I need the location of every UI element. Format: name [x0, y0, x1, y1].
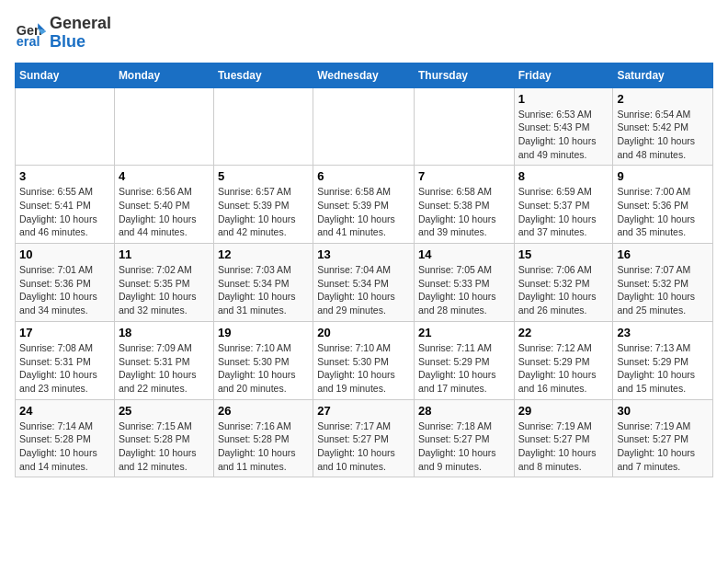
calendar-cell: 1Sunrise: 6:53 AMSunset: 5:43 PMDaylight…	[514, 87, 613, 166]
calendar-cell: 24Sunrise: 7:14 AMSunset: 5:28 PMDayligh…	[16, 399, 115, 477]
day-number: 7	[418, 169, 510, 183]
column-header-saturday: Saturday	[613, 63, 713, 87]
day-info: Sunrise: 6:55 AMSunset: 5:41 PMDaylight:…	[19, 185, 110, 239]
calendar-cell: 9Sunrise: 7:00 AMSunset: 5:36 PMDaylight…	[613, 166, 713, 244]
day-number: 11	[119, 247, 210, 261]
column-header-wednesday: Wednesday	[313, 63, 415, 87]
calendar-cell: 6Sunrise: 6:58 AMSunset: 5:39 PMDaylight…	[313, 166, 415, 244]
day-number: 22	[518, 326, 609, 339]
day-info: Sunrise: 6:58 AMSunset: 5:38 PMDaylight:…	[418, 185, 510, 239]
day-number: 1	[518, 92, 609, 106]
day-number: 4	[119, 169, 210, 183]
day-info: Sunrise: 6:54 AMSunset: 5:42 PMDaylight:…	[617, 108, 709, 162]
column-header-friday: Friday	[514, 63, 613, 87]
calendar-week-2: 3Sunrise: 6:55 AMSunset: 5:41 PMDaylight…	[16, 166, 713, 244]
calendar-cell: 29Sunrise: 7:19 AMSunset: 5:27 PMDayligh…	[514, 399, 613, 477]
day-info: Sunrise: 6:58 AMSunset: 5:39 PMDaylight:…	[317, 185, 410, 239]
day-info: Sunrise: 7:12 AMSunset: 5:29 PMDaylight:…	[518, 341, 609, 396]
day-number: 23	[617, 326, 709, 339]
calendar-cell: 14Sunrise: 7:05 AMSunset: 5:33 PMDayligh…	[414, 244, 514, 322]
day-number: 19	[218, 326, 309, 339]
calendar-cell	[414, 87, 514, 166]
day-info: Sunrise: 7:18 AMSunset: 5:27 PMDaylight:…	[418, 419, 510, 474]
day-number: 24	[19, 404, 110, 418]
day-info: Sunrise: 7:04 AMSunset: 5:34 PMDaylight:…	[317, 263, 410, 317]
calendar-cell: 5Sunrise: 6:57 AMSunset: 5:39 PMDaylight…	[213, 166, 313, 244]
day-number: 8	[518, 169, 609, 183]
day-info: Sunrise: 6:56 AMSunset: 5:40 PMDaylight:…	[119, 185, 210, 239]
day-info: Sunrise: 7:17 AMSunset: 5:27 PMDaylight:…	[317, 419, 410, 474]
day-number: 12	[218, 247, 309, 261]
day-info: Sunrise: 7:16 AMSunset: 5:28 PMDaylight:…	[218, 419, 309, 474]
calendar-cell: 23Sunrise: 7:13 AMSunset: 5:29 PMDayligh…	[613, 321, 713, 399]
calendar-cell: 21Sunrise: 7:11 AMSunset: 5:29 PMDayligh…	[414, 321, 514, 399]
calendar-week-4: 17Sunrise: 7:08 AMSunset: 5:31 PMDayligh…	[16, 321, 713, 399]
day-info: Sunrise: 7:15 AMSunset: 5:28 PMDaylight:…	[119, 419, 210, 474]
calendar-cell: 3Sunrise: 6:55 AMSunset: 5:41 PMDaylight…	[16, 166, 115, 244]
calendar-cell: 19Sunrise: 7:10 AMSunset: 5:30 PMDayligh…	[213, 321, 313, 399]
calendar-cell: 25Sunrise: 7:15 AMSunset: 5:28 PMDayligh…	[114, 399, 213, 477]
calendar-cell: 22Sunrise: 7:12 AMSunset: 5:29 PMDayligh…	[514, 321, 613, 399]
day-info: Sunrise: 7:10 AMSunset: 5:30 PMDaylight:…	[218, 341, 309, 396]
day-number: 14	[418, 247, 510, 261]
day-number: 30	[617, 404, 709, 418]
calendar-cell: 30Sunrise: 7:19 AMSunset: 5:27 PMDayligh…	[613, 399, 713, 477]
logo: Gen eral General Blue	[15, 15, 111, 52]
day-number: 15	[518, 247, 609, 261]
day-number: 2	[617, 92, 709, 106]
calendar-cell: 10Sunrise: 7:01 AMSunset: 5:36 PMDayligh…	[16, 244, 115, 322]
calendar-cell: 20Sunrise: 7:10 AMSunset: 5:30 PMDayligh…	[313, 321, 415, 399]
column-header-sunday: Sunday	[16, 63, 115, 87]
day-info: Sunrise: 7:06 AMSunset: 5:32 PMDaylight:…	[518, 263, 609, 317]
day-number: 28	[418, 404, 510, 418]
day-info: Sunrise: 7:11 AMSunset: 5:29 PMDaylight:…	[418, 341, 510, 396]
day-number: 6	[317, 169, 410, 183]
day-info: Sunrise: 7:10 AMSunset: 5:30 PMDaylight:…	[317, 341, 410, 396]
calendar-week-3: 10Sunrise: 7:01 AMSunset: 5:36 PMDayligh…	[16, 244, 713, 322]
calendar-cell: 26Sunrise: 7:16 AMSunset: 5:28 PMDayligh…	[213, 399, 313, 477]
day-info: Sunrise: 6:57 AMSunset: 5:39 PMDaylight:…	[218, 185, 309, 239]
calendar-cell: 4Sunrise: 6:56 AMSunset: 5:40 PMDaylight…	[114, 166, 213, 244]
day-number: 5	[218, 169, 309, 183]
calendar-cell: 16Sunrise: 7:07 AMSunset: 5:32 PMDayligh…	[613, 244, 713, 322]
logo-icon: Gen eral	[15, 17, 48, 50]
day-number: 18	[119, 326, 210, 339]
calendar-week-5: 24Sunrise: 7:14 AMSunset: 5:28 PMDayligh…	[16, 399, 713, 477]
calendar-cell: 11Sunrise: 7:02 AMSunset: 5:35 PMDayligh…	[114, 244, 213, 322]
calendar-cell: 7Sunrise: 6:58 AMSunset: 5:38 PMDaylight…	[414, 166, 514, 244]
day-info: Sunrise: 7:07 AMSunset: 5:32 PMDaylight:…	[617, 263, 709, 317]
calendar-cell	[16, 87, 115, 166]
day-info: Sunrise: 6:59 AMSunset: 5:37 PMDaylight:…	[518, 185, 609, 239]
calendar-cell: 15Sunrise: 7:06 AMSunset: 5:32 PMDayligh…	[514, 244, 613, 322]
day-number: 9	[617, 169, 709, 183]
day-number: 21	[418, 326, 510, 339]
day-info: Sunrise: 7:13 AMSunset: 5:29 PMDaylight:…	[617, 341, 709, 396]
day-info: Sunrise: 7:03 AMSunset: 5:34 PMDaylight:…	[218, 263, 309, 317]
logo-line2: Blue	[50, 33, 111, 52]
calendar-cell: 13Sunrise: 7:04 AMSunset: 5:34 PMDayligh…	[313, 244, 415, 322]
column-header-thursday: Thursday	[414, 63, 514, 87]
calendar-week-1: 1Sunrise: 6:53 AMSunset: 5:43 PMDaylight…	[16, 87, 713, 166]
column-header-monday: Monday	[114, 63, 213, 87]
day-number: 10	[19, 247, 110, 261]
day-number: 26	[218, 404, 309, 418]
day-number: 3	[19, 169, 110, 183]
day-info: Sunrise: 7:01 AMSunset: 5:36 PMDaylight:…	[19, 263, 110, 317]
day-info: Sunrise: 7:19 AMSunset: 5:27 PMDaylight:…	[518, 419, 609, 474]
calendar-cell	[313, 87, 415, 166]
page-header: Gen eral General Blue	[15, 15, 713, 52]
calendar-cell	[114, 87, 213, 166]
logo-line1: General	[50, 15, 111, 33]
calendar-cell: 2Sunrise: 6:54 AMSunset: 5:42 PMDaylight…	[613, 87, 713, 166]
calendar-cell: 12Sunrise: 7:03 AMSunset: 5:34 PMDayligh…	[213, 244, 313, 322]
svg-text:eral: eral	[17, 34, 40, 49]
day-number: 27	[317, 404, 410, 418]
day-info: Sunrise: 7:00 AMSunset: 5:36 PMDaylight:…	[617, 185, 709, 239]
day-info: Sunrise: 7:09 AMSunset: 5:31 PMDaylight:…	[119, 341, 210, 396]
day-number: 29	[518, 404, 609, 418]
calendar-cell: 18Sunrise: 7:09 AMSunset: 5:31 PMDayligh…	[114, 321, 213, 399]
column-header-tuesday: Tuesday	[213, 63, 313, 87]
calendar-table: SundayMondayTuesdayWednesdayThursdayFrid…	[15, 63, 713, 478]
calendar-cell: 17Sunrise: 7:08 AMSunset: 5:31 PMDayligh…	[16, 321, 115, 399]
day-info: Sunrise: 7:08 AMSunset: 5:31 PMDaylight:…	[19, 341, 110, 396]
